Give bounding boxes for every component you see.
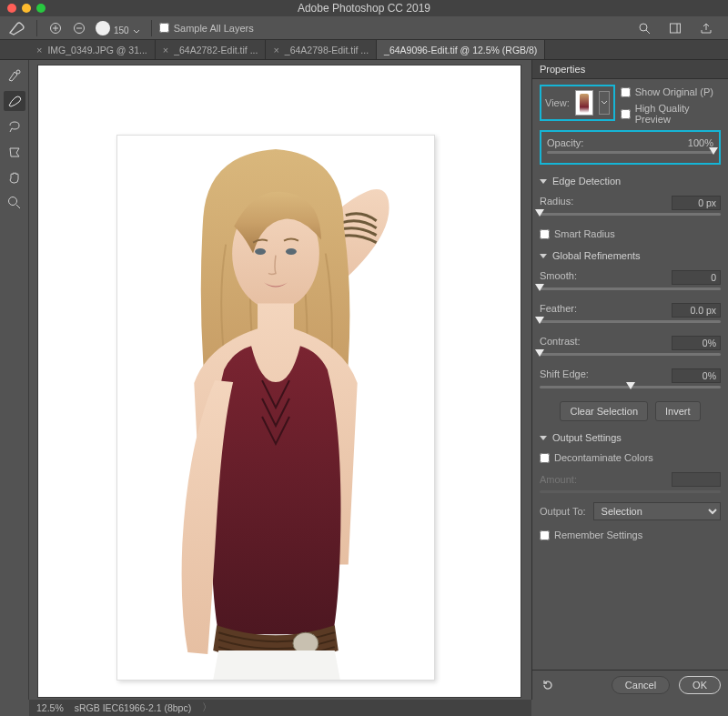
window-controls — [0, 4, 46, 13]
chevron-down-icon — [540, 254, 547, 258]
view-mode-highlight: View: — [540, 85, 615, 121]
tab-label: _64A2798-Edit.tif ... — [285, 45, 369, 55]
contrast-value[interactable]: 0% — [672, 336, 721, 350]
radius-slider[interactable] — [540, 213, 721, 216]
options-bar: 150 Sample All Layers — [0, 16, 728, 40]
contrast-slider[interactable] — [540, 353, 721, 356]
search-icon[interactable] — [633, 18, 655, 38]
shift-edge-label: Shift Edge: — [540, 368, 589, 383]
amount-value — [672, 472, 721, 487]
output-to-select[interactable]: Selection — [593, 502, 721, 520]
shift-edge-value[interactable]: 0% — [672, 368, 721, 383]
document-tab[interactable]: ×_64A2798-Edit.tif ... — [266, 40, 377, 59]
brush-dot-icon — [96, 21, 110, 35]
close-icon[interactable]: × — [163, 45, 168, 55]
opacity-slider[interactable] — [547, 151, 713, 154]
document-tab-active[interactable]: _64A9096-Edit.tif @ 12.5% (RGB/8) — [377, 40, 545, 59]
section-global-refinements[interactable]: Global Refinements — [540, 250, 721, 261]
chevron-right-icon[interactable]: 〉 — [202, 701, 212, 714]
svg-point-9 — [286, 248, 297, 255]
add-selection-icon[interactable] — [45, 18, 66, 38]
svg-point-4 — [16, 70, 20, 74]
cancel-button[interactable]: Cancel — [612, 676, 670, 694]
canvas-document[interactable] — [38, 66, 521, 697]
feather-slider[interactable] — [540, 320, 721, 323]
color-profile: sRGB IEC61966-2.1 (8bpc) — [75, 702, 191, 713]
feather-value[interactable]: 0.0 px — [672, 303, 721, 318]
opacity-label: Opacity: — [547, 137, 583, 148]
quick-select-tool[interactable] — [4, 66, 25, 86]
smart-radius-checkbox[interactable]: Smart Radius — [540, 228, 721, 239]
polygon-lasso-tool[interactable] — [4, 142, 25, 162]
opacity-highlight: Opacity: 100% — [540, 130, 721, 165]
chevron-down-icon — [133, 28, 140, 35]
radius-value[interactable]: 0 px — [672, 196, 721, 210]
smooth-slider[interactable] — [540, 287, 721, 290]
document-tabs: ×IMG_0349.JPG @ 31... ×_64A2782-Edit.tif… — [0, 40, 728, 60]
svg-point-5 — [8, 197, 16, 206]
ok-button[interactable]: OK — [679, 676, 721, 694]
share-icon[interactable] — [695, 18, 717, 38]
chevron-down-icon — [540, 436, 547, 440]
feather-label: Feather: — [540, 303, 577, 318]
view-label: View: — [545, 97, 570, 108]
zoom-level[interactable]: 12.5% — [36, 702, 64, 713]
workspace-icon[interactable] — [664, 18, 686, 38]
section-output-settings[interactable]: Output Settings — [540, 432, 721, 443]
minimize-window-button[interactable] — [22, 4, 31, 13]
brush-preset[interactable]: 150 — [96, 21, 140, 35]
title-bar: Adobe Photoshop CC 2019 — [0, 0, 728, 16]
window-title: Adobe Photoshop CC 2019 — [0, 2, 728, 15]
tool-strip — [0, 60, 29, 700]
amount-slider — [540, 490, 721, 493]
remember-settings-checkbox[interactable]: Remember Settings — [540, 529, 721, 540]
maximize-window-button[interactable] — [36, 4, 46, 13]
svg-rect-3 — [671, 24, 681, 33]
close-window-button[interactable] — [7, 4, 16, 13]
contrast-label: Contrast: — [540, 336, 581, 350]
current-tool-icon[interactable] — [5, 18, 29, 38]
close-icon[interactable]: × — [273, 45, 278, 55]
decontaminate-colors-checkbox[interactable]: Decontaminate Colors — [540, 452, 721, 463]
status-bar: 12.5% sRGB IEC61966-2.1 (8bpc) 〉 — [29, 700, 531, 716]
brush-size-value: 150 — [114, 25, 129, 35]
panel-footer: Cancel OK — [532, 670, 728, 700]
tab-label: _64A2782-Edit.tif ... — [174, 45, 258, 55]
image-layer — [116, 135, 435, 681]
show-original-checkbox[interactable]: Show Original (P) — [621, 86, 721, 97]
close-icon[interactable]: × — [36, 45, 42, 55]
hand-tool[interactable] — [4, 167, 25, 187]
svg-point-8 — [255, 248, 266, 255]
tab-label: _64A9096-Edit.tif @ 12.5% (RGB/8) — [384, 45, 537, 55]
tab-label: IMG_0349.JPG @ 31... — [47, 45, 147, 55]
refine-brush-tool[interactable] — [4, 91, 25, 111]
amount-label: Amount: — [540, 474, 577, 485]
chevron-down-icon — [540, 179, 547, 184]
section-edge-detection[interactable]: Edge Detection — [540, 176, 721, 187]
shift-edge-slider[interactable] — [540, 386, 721, 388]
zoom-tool[interactable] — [4, 193, 25, 213]
divider — [151, 20, 152, 36]
hq-preview-checkbox[interactable]: High Quality Preview — [621, 103, 721, 125]
invert-button[interactable]: Invert — [655, 401, 701, 421]
properties-panel: Properties View: Show Original (P) High … — [531, 60, 728, 700]
divider — [36, 20, 37, 36]
sample-all-layers-label: Sample All Layers — [174, 23, 254, 34]
reset-icon[interactable] — [540, 677, 556, 693]
output-to-label: Output To: — [540, 506, 586, 517]
document-tab[interactable]: ×_64A2782-Edit.tif ... — [156, 40, 267, 59]
clear-selection-button[interactable]: Clear Selection — [560, 401, 648, 421]
smooth-label: Smooth: — [540, 270, 577, 285]
radius-label: Radius: — [540, 196, 573, 210]
view-dropdown[interactable] — [599, 91, 610, 115]
lasso-tool[interactable] — [4, 116, 25, 136]
smooth-value[interactable]: 0 — [672, 270, 721, 285]
view-thumbnail[interactable] — [575, 90, 593, 116]
sample-all-layers-checkbox[interactable]: Sample All Layers — [159, 23, 254, 34]
subtract-selection-icon[interactable] — [68, 18, 90, 38]
canvas-area[interactable] — [29, 60, 531, 700]
panel-title: Properties — [532, 60, 728, 79]
document-tab[interactable]: ×IMG_0349.JPG @ 31... — [29, 40, 156, 59]
svg-point-2 — [640, 24, 647, 31]
